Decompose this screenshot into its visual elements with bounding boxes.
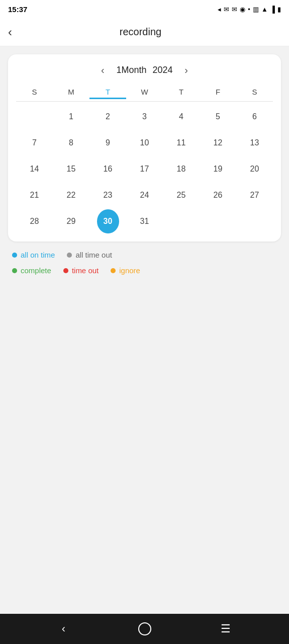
table-row[interactable]: 17 <box>134 157 156 181</box>
day-header-sun: S <box>16 85 53 99</box>
table-row[interactable]: 25 <box>170 183 192 207</box>
status-time: 15:37 <box>8 5 27 14</box>
main-content: ‹ 1Month 2024 › S M T W T F S 1234567891… <box>0 46 289 614</box>
table-row[interactable]: 15 <box>60 157 82 181</box>
table-row[interactable]: 29 <box>60 209 82 233</box>
table-row[interactable]: 16 <box>97 157 119 181</box>
back-button[interactable]: ‹ <box>8 26 12 38</box>
table-row[interactable]: 2 <box>97 105 119 129</box>
table-row[interactable]: 19 <box>207 157 229 181</box>
legend-dot-green <box>12 268 17 273</box>
page-title: recording <box>20 26 261 38</box>
legend-label-all-time-out: all time out <box>75 251 112 259</box>
table-row[interactable]: 5 <box>207 105 229 129</box>
dot-icon: • <box>248 6 250 13</box>
table-row[interactable]: 1 <box>60 105 82 129</box>
table-row <box>244 209 266 233</box>
legend-row-1: all on time all time out <box>12 251 277 259</box>
table-row[interactable]: 14 <box>24 157 46 181</box>
table-row[interactable]: 13 <box>244 131 266 155</box>
legend-section: all on time all time out complete time o… <box>8 251 281 275</box>
legend-dot-yellow <box>111 268 116 273</box>
vibrate-icon: ▥ <box>253 6 259 13</box>
legend-time-out: time out <box>63 266 99 275</box>
table-row[interactable]: 8 <box>60 131 82 155</box>
nav-home-button[interactable] <box>138 622 151 635</box>
legend-dot-blue <box>12 253 17 258</box>
location-icon: ◂ <box>218 6 221 13</box>
legend-label-complete: complete <box>21 266 51 275</box>
nav-menu-button[interactable]: ☰ <box>213 616 238 641</box>
table-row[interactable]: 27 <box>244 183 266 207</box>
table-row[interactable]: 3 <box>134 105 156 129</box>
table-row[interactable]: 6 <box>244 105 266 129</box>
calendar-grid: 1234567891011121314151617181920212223242… <box>16 105 273 233</box>
status-bar: 15:37 ◂ ✉ ✉ ◉ • ▥ ▲ ▐ ▮ <box>0 0 289 18</box>
day-header-wed: W <box>126 85 163 99</box>
prev-month-button[interactable]: ‹ <box>95 62 110 77</box>
day-header-fri: F <box>200 85 236 99</box>
table-row[interactable]: 21 <box>24 183 46 207</box>
table-row[interactable]: 26 <box>207 183 229 207</box>
table-row[interactable]: 12 <box>207 131 229 155</box>
legend-all-on-time: all on time <box>12 251 55 259</box>
table-row[interactable]: 7 <box>24 131 46 155</box>
legend-dot-red <box>63 268 68 273</box>
day-header-mon: M <box>53 85 89 99</box>
calendar-header: ‹ 1Month 2024 › <box>16 62 273 77</box>
calendar-card: ‹ 1Month 2024 › S M T W T F S 1234567891… <box>8 54 281 242</box>
signal-icon: ▐ <box>270 6 275 13</box>
table-row[interactable]: 31 <box>134 209 156 233</box>
legend-row-2: complete time out ignore <box>12 266 277 275</box>
table-row <box>170 209 192 233</box>
nav-bar: ‹ ☰ <box>0 614 289 644</box>
table-row[interactable]: 24 <box>134 183 156 207</box>
legend-complete: complete <box>12 266 51 275</box>
nav-back-button[interactable]: ‹ <box>51 616 76 641</box>
status-icons: ◂ ✉ ✉ ◉ • ▥ ▲ ▐ ▮ <box>218 6 281 13</box>
legend-dot-gray <box>67 253 72 258</box>
legend-all-time-out: all time out <box>67 251 112 259</box>
table-row[interactable]: 9 <box>97 131 119 155</box>
calendar-divider <box>16 101 273 102</box>
table-row <box>24 105 46 129</box>
calendar-year: 2024 <box>153 65 173 75</box>
app-header: ‹ recording <box>0 18 289 46</box>
email2-icon: ✉ <box>232 6 237 13</box>
legend-ignore: ignore <box>111 266 140 275</box>
legend-label-time-out: time out <box>72 266 99 275</box>
email-icon: ✉ <box>224 6 229 13</box>
legend-label-all-on-time: all on time <box>21 251 55 259</box>
day-header-thu: T <box>163 85 200 99</box>
day-headers: S M T W T F S <box>16 85 273 99</box>
day-header-tue: T <box>89 85 126 99</box>
table-row[interactable]: 28 <box>24 209 46 233</box>
battery-icon: ▮ <box>277 6 281 13</box>
legend-label-ignore: ignore <box>119 266 140 275</box>
table-row <box>207 209 229 233</box>
table-row[interactable]: 18 <box>170 157 192 181</box>
next-month-button[interactable]: › <box>179 62 194 77</box>
wifi-icon: ▲ <box>261 6 268 13</box>
day-header-sat: S <box>236 85 273 99</box>
table-row[interactable]: 23 <box>97 183 119 207</box>
table-row[interactable]: 4 <box>170 105 192 129</box>
table-row[interactable]: 20 <box>244 157 266 181</box>
table-row[interactable]: 11 <box>170 131 192 155</box>
table-row[interactable]: 10 <box>134 131 156 155</box>
help-icon: ◉ <box>240 6 245 13</box>
table-row[interactable]: 30 <box>97 209 119 233</box>
table-row[interactable]: 22 <box>60 183 82 207</box>
calendar-month: 1Month <box>116 65 146 75</box>
